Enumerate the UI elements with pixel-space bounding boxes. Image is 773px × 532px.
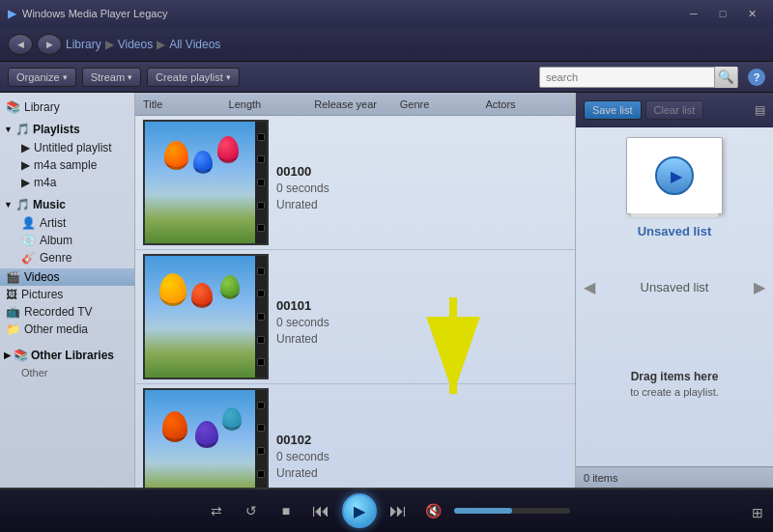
save-list-button[interactable]: Save list <box>584 100 642 120</box>
table-row[interactable]: 00100 0 seconds Unrated <box>135 116 575 250</box>
content-area: Title Length Release year Genre Actors <box>135 93 575 488</box>
mute-button[interactable]: 🔇 <box>419 497 446 524</box>
film-strip-thumbnail <box>143 120 269 245</box>
stream-dropdown-icon: ▾ <box>128 72 132 82</box>
organize-button[interactable]: Organize ▾ <box>8 68 76 87</box>
volume-slider[interactable] <box>454 508 570 514</box>
album-icon: 💿 <box>21 234 36 247</box>
stream-button[interactable]: Stream ▾ <box>82 68 141 87</box>
clear-list-button[interactable]: Clear list <box>645 100 704 120</box>
other-libs-expand-icon: ▶ <box>4 350 11 360</box>
sidebar-item-videos[interactable]: 🎬 Videos <box>0 268 134 286</box>
sidebar-item-other-media[interactable]: 📁 Other media <box>0 321 134 338</box>
sidebar-item-other[interactable]: Other <box>15 365 134 380</box>
stream-label: Stream <box>91 71 125 83</box>
hole <box>257 155 265 163</box>
breadcrumb-library[interactable]: Library <box>66 38 101 51</box>
maximize-button[interactable]: □ <box>709 4 736 23</box>
sidebar-item-genre[interactable]: 🎸 Genre <box>15 249 134 266</box>
col-actors[interactable]: Actors <box>485 98 567 110</box>
create-playlist-button[interactable]: Create playlist ▾ <box>147 68 240 87</box>
sidebar-recorded-tv-label: Recorded TV <box>24 305 92 319</box>
video-info: 00100 0 seconds Unrated <box>276 154 329 211</box>
video-code: 00100 <box>276 164 329 179</box>
play-pause-button[interactable]: ▶ <box>342 493 377 528</box>
nav-area: ◀ ▶ Library ▶ Videos ▶ All Videos <box>0 27 773 62</box>
table-row[interactable]: 00101 0 seconds Unrated <box>135 250 575 384</box>
tv-icon: 📺 <box>6 305 20 319</box>
table-row[interactable]: 00102 0 seconds Unrated <box>135 384 575 488</box>
sidebar-music-header[interactable]: ▼ 🎵 Music <box>0 195 134 214</box>
video-info: 00102 0 seconds Unrated <box>276 423 329 480</box>
col-title[interactable]: Title <box>143 98 225 110</box>
fullscreen-button[interactable]: ⊞ <box>752 505 763 520</box>
breadcrumb-sep1: ▶ <box>105 38 114 51</box>
video-thumbnail-image <box>145 122 267 243</box>
save-list-label: Save list <box>592 104 633 116</box>
breadcrumb: Library ▶ Videos ▶ All Videos <box>66 38 220 51</box>
search-button[interactable]: 🔍 <box>714 67 737 88</box>
m4a-icon: ▶ <box>21 176 30 189</box>
prev-button[interactable]: ⏮ <box>307 497 334 524</box>
hole <box>257 267 265 275</box>
genre-icon: 🎸 <box>21 251 36 265</box>
videos-icon: 🎬 <box>6 270 20 284</box>
sidebar-artist-label: Artist <box>40 216 66 230</box>
minimize-button[interactable]: ─ <box>680 4 707 23</box>
col-length[interactable]: Length <box>229 98 311 110</box>
repeat-button[interactable]: ↺ <box>238 497 265 524</box>
sidebar-item-m4a-sample[interactable]: ▶ m4a sample <box>15 156 134 174</box>
drag-normal-text: to create a playlist. <box>630 386 719 398</box>
film-holes-right <box>255 256 267 378</box>
hole <box>257 202 265 210</box>
title-bar: ▶ Windows Media Player Legacy ─ □ ✕ <box>0 0 773 27</box>
panel-nav-next[interactable]: ▶ <box>754 278 765 296</box>
breadcrumb-allvideos[interactable]: All Videos <box>169 38 220 51</box>
forward-button[interactable]: ▶ <box>37 34 62 55</box>
sidebar-album-label: Album <box>40 234 72 247</box>
playlist-file-icon: ▶ <box>21 141 30 154</box>
create-playlist-dropdown-icon: ▾ <box>226 72 231 82</box>
sidebar-item-recorded-tv[interactable]: 📺 Recorded TV <box>0 303 134 321</box>
close-button[interactable]: ✕ <box>738 4 765 23</box>
breadcrumb-videos[interactable]: Videos <box>118 38 153 51</box>
hole <box>257 402 265 409</box>
hole <box>257 336 265 344</box>
video-thumbnail-image <box>145 390 267 488</box>
sidebar-item-untitled-playlist[interactable]: ▶ Untitled playlist <box>15 139 134 156</box>
right-panel: Save list Clear list ▤ Unsaved list ◀ Un… <box>575 93 773 488</box>
sidebar-m4a-label: m4a <box>34 176 56 189</box>
video-duration: 0 seconds <box>276 182 329 195</box>
help-button[interactable]: ? <box>748 69 765 86</box>
toolbar: Organize ▾ Stream ▾ Create playlist ▾ 🔍 … <box>0 62 773 93</box>
sidebar-music-label: Music <box>33 198 66 211</box>
shuffle-button[interactable]: ⇄ <box>203 497 230 524</box>
stop-button[interactable]: ■ <box>272 497 300 524</box>
balloon <box>162 411 187 442</box>
sidebar-item-m4a[interactable]: ▶ m4a <box>15 174 134 191</box>
next-button[interactable]: ⏭ <box>385 497 412 524</box>
hole <box>257 224 265 232</box>
sidebar-item-album[interactable]: 💿 Album <box>15 232 134 249</box>
expand-icon: ▼ <box>4 125 13 134</box>
m4a-sample-icon: ▶ <box>21 158 30 172</box>
video-rating: Unrated <box>276 466 329 480</box>
right-panel-toolbar: Save list Clear list ▤ <box>576 93 773 127</box>
search-input[interactable] <box>540 70 714 85</box>
balloon <box>222 407 242 431</box>
back-button[interactable]: ◀ <box>8 34 33 55</box>
volume-level <box>454 508 512 514</box>
items-count-label: 0 items <box>584 472 617 484</box>
sidebar-item-library[interactable]: 📚 Library <box>0 98 134 116</box>
col-genre[interactable]: Genre <box>400 98 482 110</box>
balloon <box>195 421 218 448</box>
panel-nav-prev[interactable]: ◀ <box>584 278 595 296</box>
sidebar-item-artist[interactable]: 👤 Artist <box>15 214 134 232</box>
drag-drop-area: Drag items here to create a playlist. <box>576 300 773 466</box>
film-strip-thumbnail <box>143 388 269 488</box>
sidebar-item-pictures[interactable]: 🖼 Pictures <box>0 286 134 303</box>
col-year[interactable]: Release year <box>314 98 396 110</box>
video-duration: 0 seconds <box>276 450 329 463</box>
sidebar-playlists-header[interactable]: ▼ 🎵 Playlists <box>0 120 134 139</box>
sidebar-other-libraries-header[interactable]: ▶ 📚 Other Libraries <box>0 346 134 365</box>
